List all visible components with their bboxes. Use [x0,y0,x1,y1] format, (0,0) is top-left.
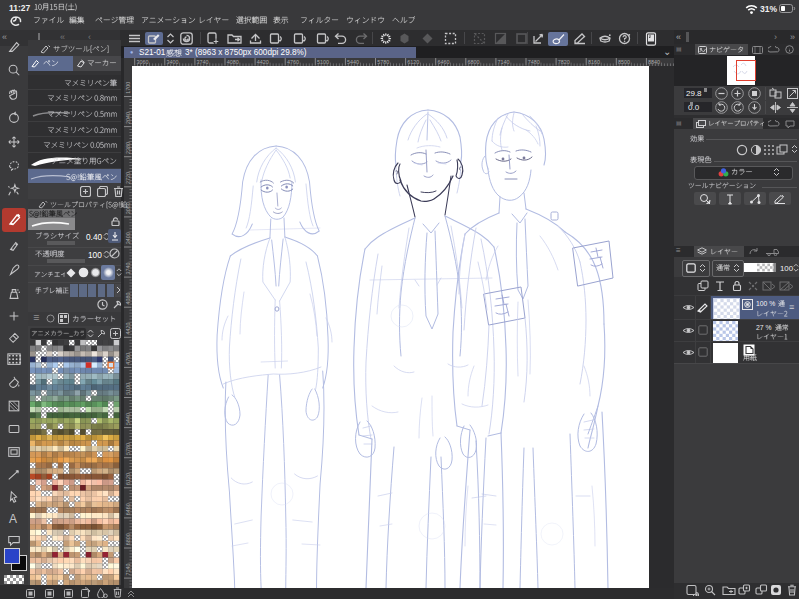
svg-text:6800: 6800 [125,533,131,545]
svg-text:6120: 6120 [125,473,131,485]
svg-text:4080: 4080 [125,293,131,305]
svg-text:5440: 5440 [125,413,131,425]
svg-text:2720: 2720 [125,172,131,184]
svg-text:5780: 5780 [125,443,131,455]
svg-text:A: A [9,512,17,526]
svg-text:5100: 5100 [125,383,131,395]
svg-text:6460: 6460 [125,503,131,515]
svg-text:2380: 2380 [125,142,131,154]
svg-text:2040: 2040 [125,112,131,124]
svg-text:7140: 7140 [125,563,131,575]
svg-text:3740: 3740 [125,262,131,274]
svg-text:4420: 4420 [125,323,131,335]
svg-text:1700: 1700 [125,82,131,94]
svg-text:3400: 3400 [125,232,131,244]
svg-text:4760: 4760 [125,353,131,365]
